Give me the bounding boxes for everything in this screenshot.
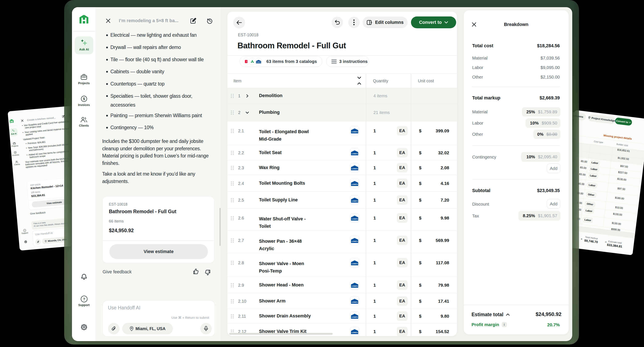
svg-text:LOWE'S: LOWE'S xyxy=(256,62,261,63)
svg-text:LOWE'S: LOWE'S xyxy=(352,131,358,133)
svg-text:LOWE'S: LOWE'S xyxy=(352,153,358,155)
svg-text:$: $ xyxy=(83,97,85,101)
svg-text:LOWE'S: LOWE'S xyxy=(352,168,358,170)
svg-text:LOWE'S: LOWE'S xyxy=(352,263,358,265)
svg-text:LOWE'S: LOWE'S xyxy=(352,301,358,303)
svg-text:LOWE'S: LOWE'S xyxy=(352,316,358,318)
svg-text:$: $ xyxy=(15,152,16,154)
svg-text:LOWE'S: LOWE'S xyxy=(352,285,358,287)
svg-text:LOWE'S: LOWE'S xyxy=(352,184,358,185)
svg-text:?: ? xyxy=(24,230,25,231)
svg-text:LOWE'S: LOWE'S xyxy=(352,240,358,242)
svg-text:LOWE'S: LOWE'S xyxy=(352,332,358,334)
svg-text:LOWE'S: LOWE'S xyxy=(352,218,358,220)
svg-text:LOWE'S: LOWE'S xyxy=(352,200,358,202)
svg-text:?: ? xyxy=(83,297,85,301)
